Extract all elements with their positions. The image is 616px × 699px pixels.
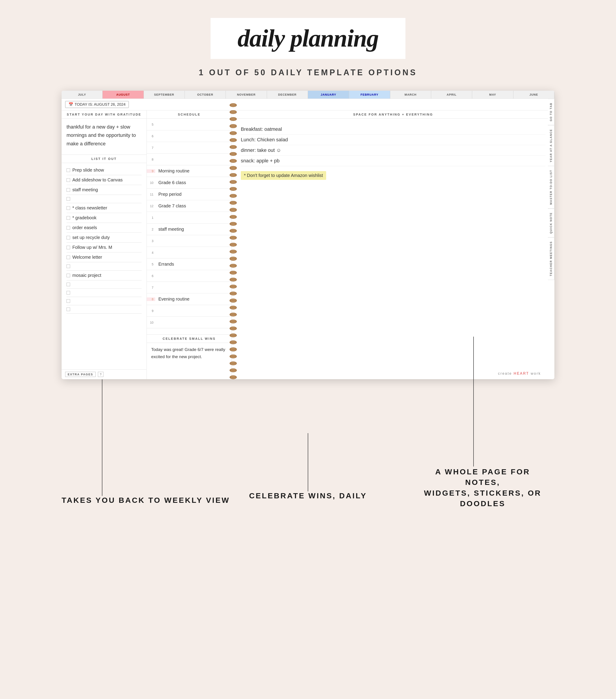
spiral-coil xyxy=(230,194,237,198)
page-title: daily planning xyxy=(237,24,378,53)
annotation-left-line xyxy=(102,379,102,496)
spiral-coil xyxy=(230,340,237,344)
list-items: Prep slide show Add slideshow to Canvas … xyxy=(62,163,146,316)
checkbox[interactable] xyxy=(67,283,70,286)
time-content[interactable] xyxy=(155,321,232,324)
month-tab-may[interactable]: MAY xyxy=(472,91,513,98)
time-content[interactable] xyxy=(155,146,232,149)
month-tab-january[interactable]: JANUARY xyxy=(308,91,349,98)
checkbox[interactable] xyxy=(67,216,70,220)
checkbox[interactable] xyxy=(67,206,70,210)
celebrate-section: CELEBRATE SMALL WINS Today was great! Gr… xyxy=(147,334,232,379)
extra-pages-label: EXTRA PAGES xyxy=(65,372,96,377)
time-label: 5 xyxy=(147,263,155,266)
time-row-5am: 5 xyxy=(147,119,232,130)
month-tab-july[interactable]: JULY xyxy=(62,91,103,98)
list-header: LIST IT OUT xyxy=(62,155,146,163)
time-content-errands[interactable]: Errands xyxy=(155,260,232,268)
spiral-coil xyxy=(230,222,237,226)
checkbox[interactable] xyxy=(67,226,70,229)
month-tab-april[interactable]: APRIL xyxy=(431,91,472,98)
brand-heart: HEART xyxy=(514,372,529,375)
checkbox[interactable] xyxy=(67,197,70,201)
spiral-coil xyxy=(230,278,237,281)
checkbox[interactable] xyxy=(67,264,70,268)
checkbox[interactable] xyxy=(67,291,70,294)
note-dinner: dinner: take out ☺ xyxy=(241,145,546,156)
time-content[interactable] xyxy=(155,239,232,243)
time-content[interactable] xyxy=(155,216,232,220)
list-item-text: order easels xyxy=(73,225,97,230)
time-content[interactable] xyxy=(155,134,232,138)
month-tab-october[interactable]: OCTOBER xyxy=(185,91,226,98)
checkbox[interactable] xyxy=(67,246,70,249)
spiral-coil xyxy=(230,292,237,295)
checkbox[interactable] xyxy=(67,236,70,239)
spiral-coil xyxy=(230,285,237,289)
time-content-staff[interactable]: staff meeting xyxy=(155,225,232,234)
time-content[interactable] xyxy=(155,123,232,126)
month-tab-february[interactable]: FEBRUARY xyxy=(349,91,390,98)
month-tab-june[interactable]: JUNE xyxy=(513,91,554,98)
checkbox[interactable] xyxy=(67,299,70,303)
spiral-binding xyxy=(230,99,238,379)
time-content[interactable] xyxy=(155,251,232,254)
month-tab-august[interactable]: AUGUST xyxy=(103,91,144,98)
time-content-evening-routine[interactable]: Evening routine xyxy=(155,295,232,303)
time-row-10am: 10Grade 6 class xyxy=(147,177,232,188)
list-item xyxy=(67,195,142,203)
time-row-8am: 8 xyxy=(147,154,232,165)
time-label: 12 xyxy=(147,204,155,208)
list-item: staff meeting xyxy=(67,185,142,195)
spiral-coil xyxy=(230,124,237,128)
spiral-coil xyxy=(230,103,237,107)
side-tab-go-to-tab[interactable]: GO TO TAB xyxy=(548,99,554,125)
spiral-coil xyxy=(230,320,237,324)
highlighted-note: * Don't forget to update Amazon wishlist xyxy=(241,171,326,180)
time-content[interactable] xyxy=(155,286,232,289)
month-tab-november[interactable]: NOVEMBER xyxy=(226,91,267,98)
extra-pages-question[interactable]: ? xyxy=(98,372,104,377)
checkbox[interactable] xyxy=(67,178,70,182)
spiral-coil xyxy=(230,361,237,365)
checkbox[interactable] xyxy=(67,307,70,311)
time-content[interactable] xyxy=(155,274,232,278)
side-tab-year-at-glance[interactable]: YEAR AT A GLANCE xyxy=(548,125,554,166)
time-row-6am: 6 xyxy=(147,130,232,142)
month-tab-march[interactable]: MARCH xyxy=(390,91,431,98)
time-content-prep[interactable]: Prep period xyxy=(155,190,232,199)
checkbox[interactable] xyxy=(67,168,70,172)
spiral-coil xyxy=(230,368,237,372)
time-row-7am: 7 xyxy=(147,142,232,154)
side-tabs: GO TO TAB YEAR AT A GLANCE MASTER TO-DO … xyxy=(548,99,554,280)
time-content[interactable] xyxy=(155,309,232,313)
side-tab-quick-note[interactable]: QUICK NOTE xyxy=(548,209,554,237)
time-content-morning-routine[interactable]: Morning routine xyxy=(155,167,232,175)
checkbox[interactable] xyxy=(67,188,70,192)
celebrate-text[interactable]: Today was great! Grade 6/7 were really e… xyxy=(147,343,232,364)
note-breakfast: Breakfast: oatmeal xyxy=(241,124,546,135)
list-item-text: staff meeting xyxy=(73,187,98,193)
list-item xyxy=(67,289,142,297)
time-label: 4 xyxy=(147,251,155,254)
month-tab-december[interactable]: DECEMBER xyxy=(267,91,308,98)
time-content-grade7[interactable]: Grade 7 class xyxy=(155,201,232,210)
time-content-grade6[interactable]: Grade 6 class xyxy=(155,178,232,187)
checkbox[interactable] xyxy=(67,255,70,259)
spiral-coil xyxy=(230,180,237,184)
annotation-right-label: A WHOLE PAGE FOR NOTES, WIDGETS, STICKER… xyxy=(420,466,546,509)
spiral-coil xyxy=(230,187,237,191)
spiral-coil xyxy=(230,236,237,240)
list-item-text: * class newsletter xyxy=(73,206,107,211)
notes-content: Breakfast: oatmeal Lunch: Chicken salad … xyxy=(232,119,554,379)
checkbox[interactable] xyxy=(67,274,70,277)
spiral-coil xyxy=(230,243,237,247)
annotation-left-label: TAKES YOU BACK TO WEEKLY VIEW xyxy=(62,496,230,505)
time-content[interactable] xyxy=(155,158,232,161)
spiral-coil xyxy=(230,347,237,351)
time-label: 7 xyxy=(147,146,155,149)
time-label: 7 xyxy=(147,286,155,289)
side-tab-master-todo[interactable]: MASTER TO-DO LIST xyxy=(548,166,554,209)
month-tab-september[interactable]: SEPTEMBER xyxy=(144,91,185,98)
side-tab-teacher-meetings[interactable]: TEACHER MEETINGS xyxy=(548,237,554,280)
